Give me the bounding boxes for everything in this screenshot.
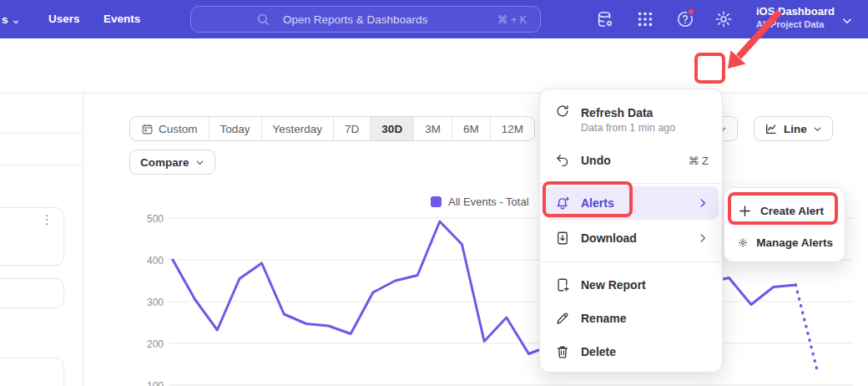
menu-label: Alerts <box>581 196 614 210</box>
submenu-label: Create Alert <box>760 205 824 217</box>
sidebar-row-divider <box>0 165 83 165</box>
menu-label: Rename <box>581 312 626 325</box>
y-axis-tick: 400 <box>147 255 164 267</box>
sidebar-card[interactable] <box>0 358 64 386</box>
search-shortcut: ⌘ + K <box>497 13 527 26</box>
chevron-down-icon: ⌄ <box>11 13 20 26</box>
search-input[interactable]: Open Reports & Dashboards ⌘ + K <box>190 6 541 33</box>
project-subtitle: All Project Data <box>756 19 835 29</box>
project-chevron-down-icon[interactable] <box>841 15 853 27</box>
menu-item-refresh-data[interactable]: Refresh Data Data from 1 min ago <box>545 99 719 140</box>
data-icon[interactable] <box>596 10 614 28</box>
menu-sublabel: Data from 1 min ago <box>581 122 675 134</box>
menu-label: Delete <box>581 345 616 358</box>
chevron-right-icon <box>697 197 709 209</box>
refresh-icon <box>555 104 570 119</box>
alerts-submenu: Create Alert Manage Alerts <box>724 187 845 262</box>
submenu-item-manage-alerts[interactable]: Manage Alerts <box>729 226 842 258</box>
date-range-control: Custom Today Yesterday 7D 30D 3M 6M 12M <box>129 116 535 141</box>
legend-swatch <box>431 196 442 207</box>
sidebar-card[interactable] <box>0 207 64 266</box>
menu-item-delete[interactable]: Delete <box>545 335 719 368</box>
range-6m[interactable]: 6M <box>452 117 490 140</box>
project-switcher[interactable]: iOS Dashboard All Project Data <box>756 5 835 29</box>
nav-item-partial[interactable]: s ⌄ <box>2 13 21 26</box>
submenu-label: Manage Alerts <box>756 236 833 249</box>
y-axis-tick: 200 <box>147 338 164 350</box>
submenu-item-create-alert[interactable]: Create Alert <box>729 195 842 226</box>
menu-label: Undo <box>581 154 611 167</box>
settings-gear-icon[interactable] <box>714 10 733 28</box>
nav-item-events[interactable]: Events <box>103 13 140 25</box>
menu-item-undo[interactable]: Undo ⌘ Z <box>545 145 719 176</box>
y-axis-tick: 100 <box>147 380 164 386</box>
report-header <box>0 38 868 94</box>
apps-grid-icon[interactable] <box>636 10 654 28</box>
undo-icon <box>555 153 570 168</box>
range-30d-selected[interactable]: 30D <box>370 117 413 140</box>
series-line-dotted <box>795 285 818 373</box>
chart-type-button[interactable]: Line <box>754 116 833 141</box>
line-chart-icon <box>765 122 778 135</box>
bell-plus-icon <box>555 196 570 211</box>
range-custom[interactable]: Custom <box>130 117 209 140</box>
sidebar-row-divider <box>0 133 83 134</box>
menu-divider <box>540 262 724 262</box>
shortcut-hint: ⌘ Z <box>688 155 709 167</box>
search-icon <box>256 13 270 26</box>
compare-button[interactable]: Compare <box>129 150 215 175</box>
chevron-right-icon <box>697 232 709 244</box>
y-axis-tick: 500 <box>147 213 164 225</box>
project-name: iOS Dashboard <box>756 5 835 18</box>
context-menu: Refresh Data Data from 1 min ago Undo ⌘ … <box>539 89 723 373</box>
menu-item-new-report[interactable]: New Report <box>545 268 719 302</box>
chevron-down-icon <box>813 124 822 134</box>
legend-item[interactable]: All Events - Total <box>431 196 529 208</box>
legend-label: All Events - Total <box>448 196 529 208</box>
trash-icon <box>555 344 570 359</box>
sidebar-divider <box>83 94 83 386</box>
range-12m[interactable]: 12M <box>490 117 534 140</box>
plus-icon <box>738 204 752 218</box>
nav-item-users[interactable]: Users <box>48 13 80 25</box>
menu-label: Download <box>581 231 637 245</box>
range-7d[interactable]: 7D <box>333 117 370 140</box>
range-today[interactable]: Today <box>209 117 261 140</box>
range-3m[interactable]: 3M <box>413 117 452 140</box>
sidebar-card[interactable] <box>0 278 64 308</box>
calendar-icon <box>141 123 154 135</box>
menu-item-alerts[interactable]: Alerts <box>545 186 719 220</box>
search-placeholder: Open Reports & Dashboards <box>283 13 427 26</box>
menu-label: New Report <box>581 278 646 292</box>
app-window: s ⌄ Users Events Open Reports & Dashboar… <box>0 0 868 386</box>
gear-icon <box>738 236 748 250</box>
notification-dot <box>687 8 695 16</box>
range-yesterday[interactable]: Yesterday <box>261 117 334 140</box>
menu-label: Refresh Data <box>581 106 675 119</box>
menu-divider <box>540 183 724 184</box>
chevron-down-icon <box>195 158 204 167</box>
new-report-icon <box>555 277 570 292</box>
card-kebab-menu-icon[interactable]: ⋮ <box>41 212 53 227</box>
y-axis-tick: 300 <box>147 297 164 308</box>
top-nav: s ⌄ Users Events Open Reports & Dashboar… <box>0 0 868 38</box>
download-icon <box>555 231 570 246</box>
menu-item-download[interactable]: Download <box>545 221 719 255</box>
menu-item-rename[interactable]: Rename <box>545 302 719 335</box>
pencil-icon <box>555 311 570 326</box>
